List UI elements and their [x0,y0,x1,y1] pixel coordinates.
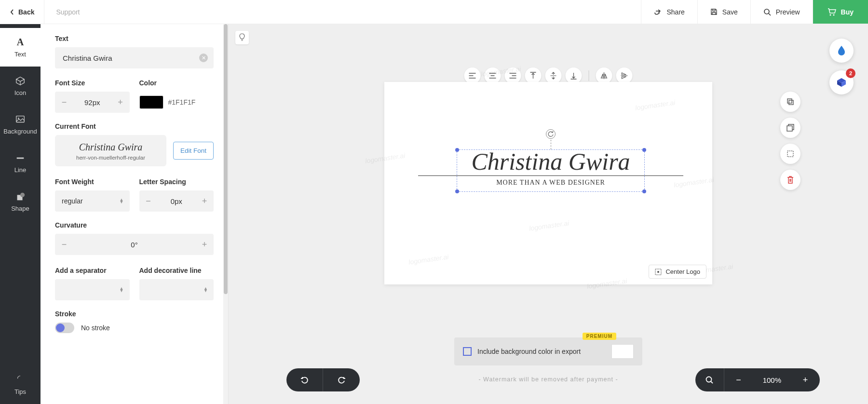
nav-line[interactable]: Line [0,144,41,182]
layers-button[interactable] [780,118,800,138]
share-button[interactable]: Share [641,0,697,24]
letter-spacing-increment[interactable]: + [195,196,214,206]
support-link[interactable]: Support [44,8,91,16]
redo-icon [337,376,346,384]
nav-tips[interactable]: Tips [0,365,41,404]
curvature-value: 0° [73,241,195,249]
resize-handle-br[interactable] [642,189,646,193]
search-icon [763,8,771,16]
bg-color-preview[interactable] [611,344,634,359]
separator-select[interactable]: ▲▼ [55,279,130,300]
export-bar: Include background color in export PREMI… [454,337,642,365]
preview-button[interactable]: Preview [750,0,813,24]
delete-button[interactable] [780,170,800,190]
stroke-toggle[interactable] [55,323,74,333]
align-left-icon [469,72,476,79]
zoom-in-button[interactable]: + [791,368,820,391]
resize-handle-bl[interactable] [455,189,459,193]
duplicate-button[interactable] [780,92,800,112]
layers-fab[interactable]: 2 [829,70,854,94]
back-label: Back [18,8,34,16]
svg-line-17 [711,381,713,383]
clear-text-button[interactable]: ✕ [199,54,208,62]
color-label: Color [139,79,214,87]
selection-icon [786,149,795,158]
decorative-label: Add decorative line [139,267,214,274]
panel-scrollbar[interactable] [223,24,228,404]
current-font-label: Current Font [55,122,214,130]
nav-text[interactable]: A Text [0,28,41,67]
back-button[interactable]: Back [0,0,44,24]
svg-rect-13 [789,100,793,105]
align-center-button[interactable] [485,67,501,84]
save-button[interactable]: Save [697,0,750,24]
edit-font-button[interactable]: Edit Font [173,142,214,160]
text-section-label: Text [55,35,214,42]
svg-rect-12 [787,99,792,103]
align-middle-button[interactable] [545,67,562,84]
flip-vertical-button[interactable] [616,67,633,84]
curvature-decrement[interactable]: − [55,240,73,250]
font-weight-select[interactable]: regular ▲▼ [55,190,130,212]
letter-spacing-decrement[interactable]: − [139,196,158,206]
resize-handle-tr[interactable] [642,148,646,152]
flip-h-icon [600,72,608,80]
align-top-button[interactable] [525,67,542,84]
color-swatch[interactable] [139,95,163,109]
font-size-increment[interactable]: + [111,97,130,108]
font-size-label: Font Size [55,79,130,87]
align-toolbar [464,67,633,84]
color-hex-value: #1F1F1F [168,98,196,106]
text-input[interactable] [55,47,214,68]
share-icon [654,9,662,15]
stroke-label: Stroke [55,310,214,318]
image-icon [15,114,26,125]
resize-handle-tl[interactable] [455,148,459,152]
flip-v-icon [621,72,628,80]
svg-point-11 [657,271,659,273]
export-label: Include background color in export [477,348,606,355]
curvature-increment[interactable]: + [195,240,214,250]
separator-label: Add a separator [55,267,130,274]
svg-text:A: A [17,37,24,47]
svg-rect-14 [787,126,792,131]
topbar: Back Support Share Save Preview Buy [0,0,868,24]
nav-icon[interactable]: Icon [0,67,41,105]
align-bottom-button[interactable] [566,67,582,84]
rotate-handle[interactable] [546,129,556,139]
floating-tools: 2 [829,39,854,94]
curvature-stepper[interactable]: − 0° + [55,234,214,255]
drop-icon [837,45,846,56]
save-icon [710,8,718,15]
align-left-button[interactable] [464,67,481,84]
selected-text-element[interactable]: Christina Gwira More Than A Web Designer [457,149,645,192]
color-drop-button[interactable] [829,39,854,63]
align-bottom-icon [570,72,577,80]
nav-shape[interactable]: Shape [0,182,41,221]
include-bg-checkbox[interactable] [463,347,472,356]
align-top-icon [530,72,537,80]
text-icon: A [15,37,26,48]
select-button[interactable] [780,144,800,164]
zoom-value: 100% [753,376,791,384]
redo-button[interactable] [323,368,360,391]
zoom-bar: − 100% + [695,368,820,391]
align-right-button[interactable] [505,67,521,84]
logo-canvas[interactable]: logomaster.ai logomaster.ai logomaster.a… [384,82,712,284]
font-size-decrement[interactable]: − [55,97,73,108]
decorative-select[interactable]: ▲▼ [139,279,214,300]
flip-horizontal-button[interactable] [596,67,612,84]
scrollbar-thumb[interactable] [224,24,228,294]
undo-button[interactable] [286,368,323,391]
center-logo-button[interactable]: Center Logo [649,265,706,279]
watermark-note: - Watermark will be removed after paymen… [478,376,618,383]
shape-icon [15,191,26,202]
buy-button[interactable]: Buy [813,0,868,24]
zoom-out-button[interactable]: − [724,368,753,391]
font-size-stepper[interactable]: − 92px + [55,92,130,113]
zoom-fit-button[interactable] [695,368,724,391]
nav-background[interactable]: Background [0,105,41,144]
letter-spacing-stepper[interactable]: − 0px + [139,190,214,212]
svg-point-6 [18,117,19,119]
hint-button[interactable] [235,31,249,44]
